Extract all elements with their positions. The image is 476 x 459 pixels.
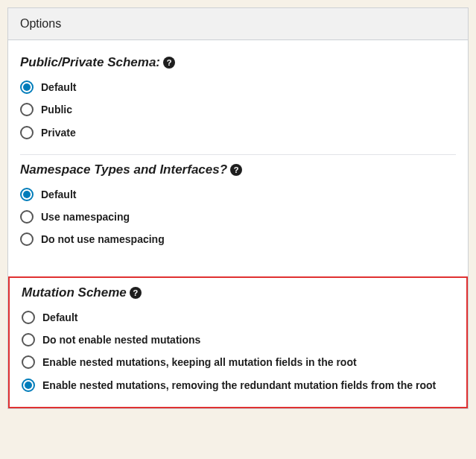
mutation-section-title: Mutation Scheme ? (22, 285, 454, 300)
radio-label: Public (41, 102, 72, 117)
radio-label: Use namespacing (41, 209, 130, 224)
namespace-option-none[interactable]: Do not use namespacing (20, 228, 456, 250)
panel-body: Public/Private Schema: ? Default Public … (8, 40, 468, 273)
radio-label: Default (42, 310, 77, 325)
namespace-title-text: Namespace Types and Interfaces? (20, 162, 227, 177)
namespace-section-title: Namespace Types and Interfaces? ? (20, 162, 456, 177)
help-icon[interactable]: ? (230, 164, 242, 176)
radio-icon (20, 103, 34, 116)
radio-label: Private (41, 125, 76, 140)
namespace-option-use[interactable]: Use namespacing (20, 206, 456, 228)
radio-icon (20, 126, 34, 139)
schema-section: Public/Private Schema: ? Default Public … (20, 48, 456, 154)
schema-option-public[interactable]: Public (20, 98, 456, 121)
help-icon[interactable]: ? (163, 57, 175, 69)
help-icon[interactable]: ? (130, 287, 142, 299)
mutation-option-keep-root[interactable]: Enable nested mutations, keeping all mut… (22, 351, 454, 373)
schema-title-text: Public/Private Schema: (20, 55, 160, 70)
panel-title: Options (20, 17, 456, 31)
radio-label: Enable nested mutations, removing the re… (42, 378, 436, 393)
schema-option-default[interactable]: Default (20, 76, 456, 98)
schema-option-private[interactable]: Private (20, 121, 456, 144)
radio-label: Default (41, 187, 76, 202)
radio-label: Do not enable nested mutations (42, 332, 200, 347)
radio-icon (20, 188, 34, 201)
mutation-title-text: Mutation Scheme (22, 285, 127, 300)
mutation-option-disable[interactable]: Do not enable nested mutations (22, 329, 454, 351)
radio-icon (22, 355, 35, 369)
radio-label: Do not use namespacing (41, 232, 165, 247)
radio-icon (20, 232, 34, 246)
mutation-section-highlight: Mutation Scheme ? Default Do not enable … (8, 276, 468, 408)
mutation-option-default[interactable]: Default (22, 306, 454, 329)
options-panel: Options Public/Private Schema: ? Default… (7, 7, 469, 409)
radio-icon (22, 379, 35, 392)
radio-icon (22, 311, 35, 324)
radio-icon (22, 333, 35, 346)
panel-header: Options (8, 8, 468, 40)
radio-label: Enable nested mutations, keeping all mut… (42, 355, 357, 370)
radio-label: Default (41, 80, 76, 95)
schema-section-title: Public/Private Schema: ? (20, 55, 456, 70)
namespace-option-default[interactable]: Default (20, 183, 456, 206)
mutation-option-remove-root[interactable]: Enable nested mutations, removing the re… (22, 374, 454, 396)
radio-icon (20, 210, 34, 224)
radio-icon (20, 80, 34, 94)
namespace-section: Namespace Types and Interfaces? ? Defaul… (20, 154, 456, 262)
